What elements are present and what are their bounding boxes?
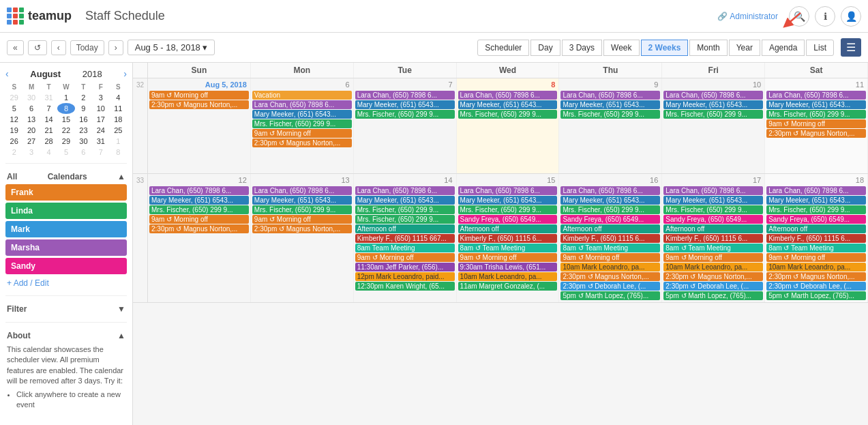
admin-link[interactable]: 🔗 Administrator: [717, 12, 778, 21]
mini-day[interactable]: 3: [23, 147, 40, 158]
event[interactable]: Mrs. Fischer, (650) 299 9...: [252, 205, 352, 214]
event[interactable]: Mary Meeker, (651) 6543...: [766, 100, 866, 109]
event[interactable]: Lara Chan, (650) 7898 6...: [560, 186, 660, 195]
event[interactable]: Sandy Freya, (650) 6549...: [458, 215, 558, 224]
event[interactable]: Mary Meeker, (651) 6543...: [355, 100, 455, 109]
event[interactable]: Mary Meeker, (651) 6543...: [252, 196, 352, 205]
scheduler-view-button[interactable]: Scheduler: [477, 40, 529, 56]
mini-day[interactable]: 1: [110, 136, 127, 147]
mini-day[interactable]: 14: [40, 114, 57, 125]
add-edit-button[interactable]: + Add / Edit: [5, 276, 127, 290]
mini-day[interactable]: 4: [40, 147, 57, 158]
mini-day[interactable]: 20: [23, 125, 40, 136]
event[interactable]: Lara Chan, (650) 7898 6...: [149, 186, 249, 195]
date-range-button[interactable]: Aug 5 - 18, 2018 ▾: [128, 40, 215, 55]
event[interactable]: 12pm Mark Leoandro, paid...: [355, 272, 455, 281]
event[interactable]: Mrs. Fischer, (650) 299 9...: [252, 119, 352, 128]
mini-day[interactable]: 17: [92, 114, 109, 125]
event[interactable]: Mrs. Fischer, (650) 299 9...: [560, 205, 660, 214]
event[interactable]: Lara Chan, (650) 7898 6...: [458, 186, 558, 195]
mini-day[interactable]: 13: [23, 114, 40, 125]
event[interactable]: 2:30pm ↺ Magnus Norton,...: [149, 224, 249, 233]
event[interactable]: 9am ↺ Morning off: [766, 253, 866, 262]
today-button[interactable]: Today: [70, 40, 104, 55]
user-button[interactable]: 👤: [841, 6, 861, 27]
prev-button[interactable]: ‹: [51, 40, 66, 55]
day-cell[interactable]: 15Lara Chan, (650) 7898 6...Mary Meeker,…: [457, 174, 560, 302]
month-view-button[interactable]: Month: [689, 40, 727, 56]
event[interactable]: Mrs. Fischer, (650) 299 9...: [663, 110, 763, 119]
mini-day-today[interactable]: 8: [57, 103, 74, 114]
next-button[interactable]: ›: [108, 40, 123, 55]
event[interactable]: 5pm ↺ Marth Lopez, (765)...: [560, 291, 660, 300]
calendar-mark[interactable]: Mark: [5, 221, 127, 237]
event[interactable]: 8am ↺ Team Meeting: [766, 244, 866, 252]
event[interactable]: Mary Meeker, (651) 6543...: [458, 100, 558, 109]
mini-day[interactable]: 2: [5, 147, 23, 158]
event[interactable]: 2:30pm ↺ Magnus Norton,...: [766, 129, 866, 138]
event[interactable]: Lara Chan, (650) 7898 6...: [766, 186, 866, 195]
calendar-sandy[interactable]: Sandy: [5, 258, 127, 274]
event[interactable]: 9am ↺ Morning off: [560, 253, 660, 262]
event[interactable]: Lara Chan, (650) 7898 6...: [663, 91, 763, 100]
event[interactable]: 9am ↺ Morning off: [252, 129, 352, 138]
event[interactable]: Lara Chan, (650) 7898 6...: [355, 91, 455, 100]
event[interactable]: Mrs. Fischer, (650) 299 9...: [355, 110, 455, 119]
event[interactable]: Kimberly F., (650) 1115 6...: [560, 234, 660, 243]
event[interactable]: 8am ↺ Team Meeting: [663, 244, 763, 252]
day-cell[interactable]: Aug 5, 20189am ↺ Morning off2:30pm ↺ Mag…: [148, 78, 251, 173]
event[interactable]: Kimberly F., (650) 1115 667...: [355, 234, 455, 243]
mini-day[interactable]: 16: [75, 114, 92, 125]
event[interactable]: Kimberly F., (650) 1115 6...: [766, 234, 866, 243]
refresh-button[interactable]: ↺: [28, 40, 47, 55]
event[interactable]: Sandy Freya, (650) 6549...: [766, 215, 866, 224]
event[interactable]: 2:30pm ↺ Magnus Norton,...: [560, 272, 660, 281]
mini-day[interactable]: 7: [40, 103, 57, 114]
mini-day[interactable]: 15: [57, 114, 74, 125]
event[interactable]: 2:30pm ↺ Magnus Norton,...: [149, 100, 249, 109]
day-view-button[interactable]: Day: [530, 40, 560, 56]
event[interactable]: Mrs. Fischer, (650) 299 9...: [355, 205, 455, 214]
event[interactable]: 9am ↺ Morning off: [458, 253, 558, 262]
mini-day[interactable]: 31: [92, 136, 109, 147]
event[interactable]: 2:30pm ↺ Deborah Lee, (...: [560, 282, 660, 291]
day-cell[interactable]: 11Lara Chan, (650) 7898 6...Mary Meeker,…: [765, 78, 868, 173]
mini-day[interactable]: 19: [5, 125, 23, 136]
event[interactable]: 10am Mark Leoandro, pa...: [458, 272, 558, 281]
event[interactable]: Sandy Freya, (650) 6549...: [560, 215, 660, 224]
mini-day[interactable]: 30: [23, 92, 40, 103]
event[interactable]: Mrs. Fischer, (650) 299 9...: [458, 205, 558, 214]
event[interactable]: Mary Meeker, (651) 6543...: [560, 100, 660, 109]
event[interactable]: Mrs. Fischer, (650) 299 9...: [458, 110, 558, 119]
day-cell[interactable]: 14Lara Chan, (650) 7898 6...Mary Meeker,…: [354, 174, 457, 302]
prev-prev-button[interactable]: «: [7, 40, 24, 55]
2weeks-view-button[interactable]: 2 Weeks: [641, 40, 689, 56]
event[interactable]: 8am ↺ Team Meeting: [560, 244, 660, 252]
calendar-linda[interactable]: Linda: [5, 203, 127, 219]
event[interactable]: Mrs. Fischer, (650) 299 9...: [149, 205, 249, 214]
event[interactable]: Mary Meeker, (651) 6543...: [355, 196, 455, 205]
about-header[interactable]: About ▲: [7, 331, 125, 340]
event[interactable]: Lara Chan, (650) 7898 6...: [766, 91, 866, 100]
mini-day[interactable]: 2: [75, 92, 92, 103]
event[interactable]: 9am ↺ Morning off: [355, 253, 455, 262]
mini-day[interactable]: 28: [40, 136, 57, 147]
mini-day[interactable]: 25: [110, 125, 127, 136]
event[interactable]: 2:30pm ↺ Magnus Norton,...: [766, 272, 866, 281]
event[interactable]: Mary Meeker, (651) 6543...: [663, 196, 763, 205]
day-cell[interactable]: 13Lara Chan, (650) 7898 6...Mary Meeker,…: [251, 174, 354, 302]
mini-day[interactable]: 30: [75, 136, 92, 147]
day-cell[interactable]: 7Lara Chan, (650) 7898 6...Mary Meeker, …: [354, 78, 457, 173]
event[interactable]: Kimberly F., (650) 1115 6...: [458, 234, 558, 243]
event[interactable]: Mary Meeker, (651) 6543...: [458, 196, 558, 205]
event[interactable]: 9am ↺ Morning off: [149, 215, 249, 224]
agenda-view-button[interactable]: Agenda: [762, 40, 805, 56]
mini-day[interactable]: 21: [40, 125, 57, 136]
event[interactable]: Afternoon off: [766, 224, 866, 233]
event[interactable]: 2:30pm ↺ Magnus Norton,...: [663, 272, 763, 281]
event[interactable]: Lara Chan, (650) 7898 6...: [663, 186, 763, 195]
calendar-frank[interactable]: Frank: [5, 184, 127, 201]
info-button[interactable]: ℹ: [815, 6, 835, 27]
calendar-marsha[interactable]: Marsha: [5, 239, 127, 256]
event[interactable]: Kimberly F., (650) 1115 6...: [663, 234, 763, 243]
